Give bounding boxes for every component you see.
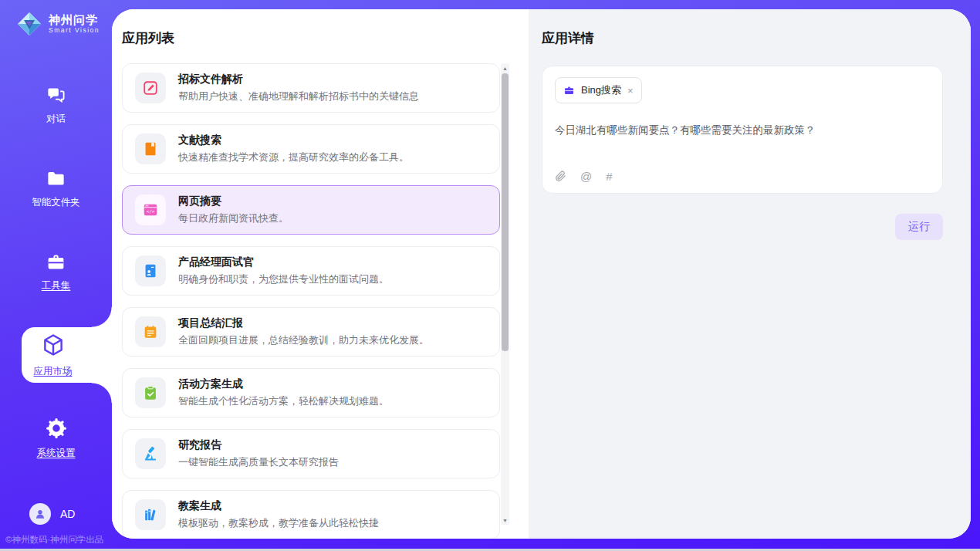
- scroll-up-arrow-icon[interactable]: ▲: [501, 63, 509, 73]
- paperclip-icon[interactable]: [555, 171, 566, 182]
- app-card-title: 研究报告: [178, 438, 339, 452]
- sidebar: 神州问学 Smart Vision 对话 智能文件夹: [0, 0, 112, 551]
- app-card-web-summary[interactable]: </> 网页摘要 每日政府新闻资讯快查。: [122, 185, 500, 235]
- tool-tag-bing-search[interactable]: Bing搜索 ×: [555, 77, 642, 103]
- app-card-pm-interviewer[interactable]: 产品经理面试官 明确身份和职责，为您提供专业性的面试问题。: [122, 246, 500, 296]
- prompt-card: Bing搜索 × 今日湖北有哪些新闻要点？有哪些需要关注的最新政策？ @ #: [542, 66, 943, 194]
- app-card-literature-search[interactable]: 文献搜索 快速精准查找学术资源，提高研究效率的必备工具。: [122, 124, 500, 174]
- sidebar-item-chat[interactable]: 对话: [0, 77, 112, 133]
- app-card-desc: 明确身份和职责，为您提供专业性的面试问题。: [178, 272, 389, 286]
- sidebar-item-label: 对话: [46, 113, 66, 126]
- app-window: 神州问学 Smart Vision 对话 智能文件夹: [0, 0, 980, 551]
- app-card-title: 招标文件解析: [178, 73, 419, 86]
- clipboard-check-icon: [135, 377, 166, 408]
- sidebar-item-app-market[interactable]: 应用市场: [22, 327, 112, 383]
- folder-icon: [46, 168, 66, 189]
- toolbox-icon: [46, 252, 66, 272]
- sidebar-item-label: 应用市场: [34, 365, 73, 378]
- user-account[interactable]: AD: [29, 503, 75, 525]
- calendar-note-icon: [135, 316, 166, 347]
- app-card-title: 教案生成: [178, 499, 379, 513]
- app-card-desc: 快速精准查找学术资源，提高研究效率的必备工具。: [178, 150, 409, 164]
- app-card-research-report[interactable]: 研究报告 一键智能生成高质量长文本研究报告: [122, 429, 500, 478]
- gear-icon: [45, 417, 68, 440]
- app-card-title: 项目总结汇报: [178, 316, 429, 330]
- book-icon: [135, 134, 166, 164]
- chat-bubbles-icon: [46, 85, 66, 106]
- gem-logo-icon: [15, 10, 43, 38]
- run-row: 运行: [542, 214, 943, 240]
- app-detail-pane: 应用详情 Bing搜索 × 今日湖北有哪些新闻要点？有哪些需要关注的最新政策？ …: [529, 9, 971, 539]
- brand-logo: 神州问学 Smart Vision: [15, 10, 100, 38]
- user-initials: AD: [60, 508, 75, 520]
- pen-square-icon: [135, 73, 166, 103]
- books-icon: [135, 499, 166, 530]
- list-scrollbar: ▲ ▼: [501, 63, 509, 525]
- app-card-title: 活动方案生成: [178, 377, 389, 391]
- cube-icon: [40, 332, 66, 358]
- app-card-title: 网页摘要: [178, 194, 289, 208]
- app-card-desc: 帮助用户快速、准确地理解和解析招标书中的关键信息: [178, 90, 419, 103]
- browser-code-icon: </>: [135, 194, 166, 225]
- resume-icon: [135, 255, 166, 286]
- sidebar-item-label: 智能文件夹: [32, 196, 80, 209]
- app-card-desc: 智能生成个性化活动方案，轻松解决规划难题。: [178, 394, 389, 408]
- app-card-title: 文献搜索: [178, 134, 409, 147]
- app-list-pane: 应用列表 招标文件解析 帮助用户快速、准确地理解和解析招标书中的关键信息: [112, 9, 529, 539]
- sidebar-item-toolset[interactable]: 工具集: [0, 244, 112, 299]
- run-button[interactable]: 运行: [895, 214, 943, 240]
- svg-text:</>: </>: [147, 208, 155, 214]
- brand-name: 神州问学: [49, 14, 100, 26]
- app-card-desc: 每日政府新闻资讯快查。: [178, 211, 289, 225]
- at-sign-icon[interactable]: @: [580, 171, 592, 182]
- app-card-project-summary[interactable]: 项目总结汇报 全面回顾项目进展，总结经验教训，助力未来优化发展。: [122, 307, 500, 357]
- app-card-title: 产品经理面试官: [178, 255, 389, 269]
- app-card-bid-parse[interactable]: 招标文件解析 帮助用户快速、准确地理解和解析招标书中的关键信息: [122, 63, 500, 113]
- scroll-down-arrow-icon[interactable]: ▼: [501, 516, 509, 525]
- app-card-desc: 全面回顾项目进展，总结经验教训，助力未来优化发展。: [178, 333, 429, 347]
- app-card-desc: 一键智能生成高质量长文本研究报告: [178, 455, 339, 469]
- microscope-icon: [135, 438, 166, 469]
- close-icon[interactable]: ×: [627, 86, 634, 96]
- app-card-list: 招标文件解析 帮助用户快速、准确地理解和解析招标书中的关键信息 文献搜索 快速精…: [122, 63, 500, 539]
- briefcase-icon: [563, 85, 575, 96]
- sidebar-item-label: 工具集: [42, 279, 71, 292]
- avatar: [29, 503, 51, 525]
- query-text-input[interactable]: 今日湖北有哪些新闻要点？有哪些需要关注的最新政策？: [555, 123, 930, 171]
- tool-tag-label: Bing搜索: [581, 83, 621, 97]
- main-panel: 应用列表 招标文件解析 帮助用户快速、准确地理解和解析招标书中的关键信息: [112, 9, 971, 539]
- copyright-text: ©神州数码·神州问学出品: [5, 534, 103, 546]
- sidebar-nav: 对话 智能文件夹 工具集: [0, 77, 112, 494]
- app-card-event-plan[interactable]: 活动方案生成 智能生成个性化活动方案，轻松解决规划难题。: [122, 368, 500, 417]
- app-detail-title: 应用详情: [542, 29, 958, 47]
- app-card-desc: 模板驱动，教案秒成，教学准备从此轻松快捷: [178, 516, 379, 530]
- scrollbar-thumb[interactable]: [502, 73, 509, 351]
- app-card-lesson-plan[interactable]: 教案生成 模板驱动，教案秒成，教学准备从此轻松快捷: [122, 490, 500, 539]
- app-list-title: 应用列表: [122, 29, 174, 47]
- attachment-toolbar: @ #: [555, 171, 930, 184]
- sidebar-item-settings[interactable]: 系统设置: [0, 411, 112, 466]
- sidebar-item-smart-folder[interactable]: 智能文件夹: [0, 161, 112, 216]
- hash-icon[interactable]: #: [606, 171, 612, 182]
- brand-subtitle: Smart Vision: [49, 27, 100, 34]
- person-icon: [33, 507, 47, 521]
- sidebar-item-label: 系统设置: [37, 447, 76, 460]
